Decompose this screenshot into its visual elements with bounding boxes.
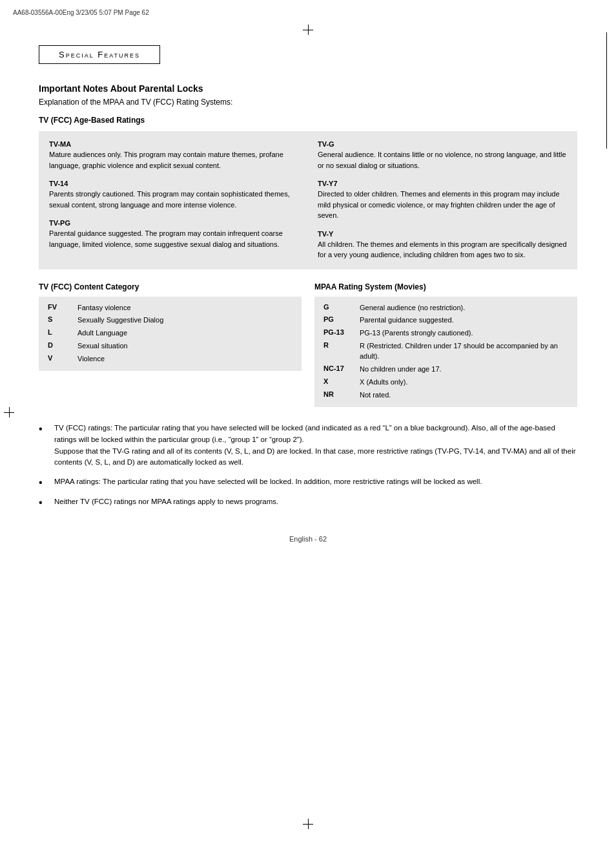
mpaa-title: MPAA Rating System (Movies) — [314, 282, 577, 291]
age-ratings-grid: TV-MA Mature audiences only. This progra… — [39, 131, 577, 269]
mpaa-row-r: R R (Restricted. Children under 17 shoul… — [323, 341, 568, 362]
mpaa-value-g: General audience (no restriction). — [360, 303, 568, 313]
value-d: Sexual situation — [77, 341, 293, 352]
mpaa-row-x: X X (Adults only). — [323, 377, 568, 388]
mpaa-value-nc17: No children under age 17. — [360, 364, 568, 375]
mpaa-value-pg: Parental guidance suggested. — [360, 315, 568, 326]
mpaa-code-pg13: PG-13 — [323, 328, 353, 336]
rating-item-tvy: TV-Y All children. The themes and elemen… — [318, 230, 567, 260]
content-row-fv: FV Fantasy violence — [48, 303, 293, 313]
page-meta: AA68-03556A-00Eng 3/23/05 5:07 PM Page 6… — [13, 9, 149, 16]
mpaa-value-x: X (Adults only). — [360, 377, 568, 388]
bullet-text-3: Neither TV (FCC) ratings nor MPAA rating… — [54, 496, 278, 508]
age-ratings-title: TV (FCC) Age-Based Ratings — [39, 116, 577, 125]
rating-label-tv14: TV-14 — [49, 180, 298, 187]
mpaa-row-nr: NR Not rated. — [323, 390, 568, 401]
rating-desc-tvpg: Parental guidance suggested. The program… — [49, 228, 298, 249]
mpaa-code-x: X — [323, 377, 353, 385]
mpaa-value-pg13: PG-13 (Parents strongly cautioned). — [360, 328, 568, 339]
value-s: Sexually Suggestive Dialog — [77, 315, 293, 326]
rating-desc-tv14: Parents strongly cautioned. This program… — [49, 189, 298, 210]
bullets-list: • TV (FCC) ratings: The particular ratin… — [39, 423, 577, 509]
section-title: Important Notes About Parental Locks — [39, 83, 577, 94]
bullet-dot-2: • — [39, 476, 48, 489]
bullet-text-2: MPAA ratings: The particular rating that… — [54, 476, 482, 488]
bullet-text-1: TV (FCC) ratings: The particular rating … — [54, 423, 577, 468]
mpaa-row-pg: PG Parental guidance suggested. — [323, 315, 568, 326]
bullet-item-2: • MPAA ratings: The particular rating th… — [39, 476, 577, 489]
rating-desc-tvma: Mature audiences only. This program may … — [49, 149, 298, 171]
content-tables: TV (FCC) Content Category FV Fantasy vio… — [39, 282, 577, 408]
code-l: L — [48, 328, 71, 336]
footer: English - 62 — [39, 535, 577, 543]
code-v: V — [48, 354, 71, 362]
value-v: Violence — [77, 354, 293, 364]
bullet-dot-3: • — [39, 496, 48, 509]
bullet-item-3: • Neither TV (FCC) ratings nor MPAA rati… — [39, 496, 577, 509]
age-ratings-right-col: TV-G General audience. It contains littl… — [311, 140, 567, 260]
rating-label-tvg: TV-G — [318, 140, 567, 148]
content-row-d: D Sexual situation — [48, 341, 293, 352]
age-ratings-left-col: TV-MA Mature audiences only. This progra… — [49, 140, 311, 260]
rating-desc-tvy7: Directed to older children. Themes and e… — [318, 189, 567, 221]
mpaa-code-pg: PG — [323, 315, 353, 323]
crosshair-top — [303, 25, 313, 35]
subtitle: Explanation of the MPAA and TV (FCC) Rat… — [39, 98, 577, 107]
rating-item-tvy7: TV-Y7 Directed to older children. Themes… — [318, 180, 567, 221]
code-s: S — [48, 315, 71, 323]
rating-item-tvma: TV-MA Mature audiences only. This progra… — [49, 140, 298, 171]
mpaa-code-g: G — [323, 303, 353, 311]
rating-desc-tvy: All children. The themes and elements in… — [318, 239, 567, 260]
page: AA68-03556A-00Eng 3/23/05 5:07 PM Page 6… — [0, 0, 616, 842]
content-row-v: V Violence — [48, 354, 293, 364]
tv-content-table: TV (FCC) Content Category FV Fantasy vio… — [39, 282, 302, 408]
code-fv: FV — [48, 303, 71, 311]
mpaa-value-r: R (Restricted. Children under 17 should … — [360, 341, 568, 362]
rating-label-tvy7: TV-Y7 — [318, 180, 567, 187]
mpaa-code-nc17: NC-17 — [323, 364, 353, 372]
mpaa-row-nc17: NC-17 No children under age 17. — [323, 364, 568, 375]
bullet-dot-1: • — [39, 423, 48, 435]
rating-label-tvy: TV-Y — [318, 230, 567, 238]
mpaa-code-r: R — [323, 341, 353, 349]
rating-item-tvg: TV-G General audience. It contains littl… — [318, 140, 567, 171]
rating-label-tvpg: TV-PG — [49, 219, 298, 227]
mpaa-row-g: G General audience (no restriction). — [323, 303, 568, 313]
mpaa-table: MPAA Rating System (Movies) G General au… — [314, 282, 577, 408]
footer-text: English - 62 — [289, 535, 327, 543]
tv-content-inner: FV Fantasy violence S Sexually Suggestiv… — [39, 297, 302, 372]
rating-item-tvpg: TV-PG Parental guidance suggested. The p… — [49, 219, 298, 249]
rating-desc-tvg: General audience. It contains little or … — [318, 149, 567, 171]
content-row-l: L Adult Language — [48, 328, 293, 339]
crosshair-bottom — [303, 819, 313, 829]
crosshair-left — [4, 407, 14, 417]
rating-item-tv14: TV-14 Parents strongly cautioned. This p… — [49, 180, 298, 210]
value-l: Adult Language — [77, 328, 293, 339]
value-fv: Fantasy violence — [77, 303, 293, 313]
mpaa-value-nr: Not rated. — [360, 390, 568, 401]
tv-content-title: TV (FCC) Content Category — [39, 282, 302, 291]
rating-label-tvma: TV-MA — [49, 140, 298, 148]
code-d: D — [48, 341, 71, 349]
right-border-line — [606, 32, 607, 149]
mpaa-inner: G General audience (no restriction). PG … — [314, 297, 577, 408]
section-header-title: Special Features — [59, 50, 140, 59]
content-row-s: S Sexually Suggestive Dialog — [48, 315, 293, 326]
bullet-item-1: • TV (FCC) ratings: The particular ratin… — [39, 423, 577, 468]
mpaa-code-nr: NR — [323, 390, 353, 398]
section-header-box: Special Features — [39, 45, 160, 64]
mpaa-row-pg13: PG-13 PG-13 (Parents strongly cautioned)… — [323, 328, 568, 339]
